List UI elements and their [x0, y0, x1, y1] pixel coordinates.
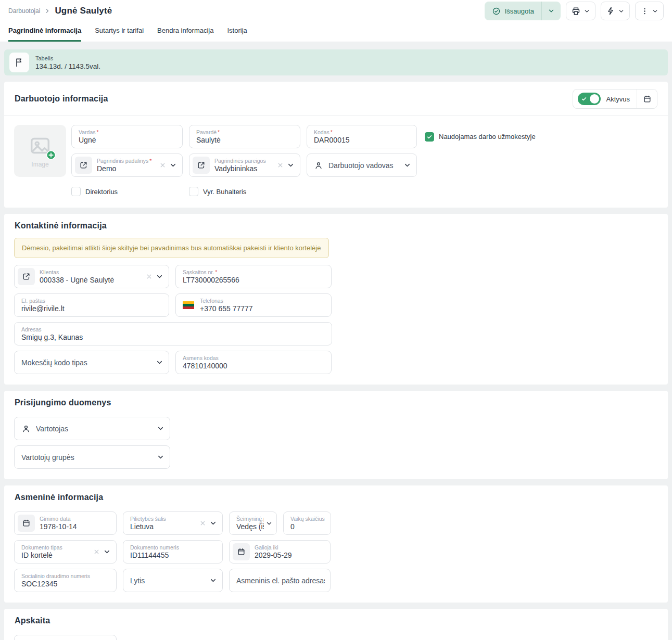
- chevron-down-icon[interactable]: [103, 548, 111, 556]
- tabelis-info: Tabelis 134.13d. / 1143.5val.: [35, 55, 100, 70]
- contact-warning-banner: Dėmesio, pakeitimai atlikti šioje skilty…: [14, 238, 329, 258]
- clear-icon[interactable]: [258, 519, 264, 525]
- chief-accountant-checkbox-label: Vyr. Buhalteris: [203, 188, 246, 196]
- children-count-field[interactable]: Vaikų skaičius 0: [283, 511, 331, 535]
- email-value: rivile@rivile.lt: [21, 304, 163, 313]
- citizenship-value: Lietuva: [130, 522, 196, 531]
- client-field[interactable]: Klientas 000338 - Ugnė Saulytė: [14, 265, 169, 288]
- tabelis-value: 134.13d. / 1143.5val.: [35, 62, 100, 70]
- header-actions: Išsaugota: [485, 2, 664, 20]
- chevron-down-icon[interactable]: [169, 161, 177, 169]
- document-type-value: ID kortelė: [21, 551, 90, 560]
- clear-icon[interactable]: [146, 273, 153, 280]
- checkbox-unchecked-icon[interactable]: [71, 187, 81, 196]
- lithuania-flag-icon[interactable]: [183, 301, 194, 309]
- gender-select[interactable]: Lytis: [123, 569, 223, 592]
- tabelis-banner[interactable]: Tabelis 134.13d. / 1143.5val.: [4, 49, 668, 75]
- section-title-contact: Kontaktinė informacija: [15, 221, 107, 231]
- open-position-icon[interactable]: [193, 157, 210, 174]
- personal-info-card: Asmeninė informacija Gimimo data 1978-10…: [4, 485, 668, 603]
- open-department-icon[interactable]: [75, 157, 92, 174]
- section-title-login: Prisijungimo duomenys: [15, 398, 111, 407]
- user-select[interactable]: Vartotojas: [14, 417, 170, 440]
- save-dropdown-button[interactable]: [542, 2, 561, 20]
- main-department-field[interactable]: Pagrindinis padalinys* Demo: [71, 153, 183, 177]
- email-field[interactable]: El. paštas rivile@rivile.lt: [14, 293, 169, 317]
- clear-icon[interactable]: [199, 520, 206, 527]
- account-number-field[interactable]: Sąskaitos nr.* LT730000265566: [175, 265, 332, 288]
- more-menu-button[interactable]: [635, 2, 664, 20]
- calendar-icon: [643, 95, 652, 104]
- chief-accountant-checkbox[interactable]: Vyr. Buhalteris: [189, 187, 246, 196]
- image-placeholder-label: Image: [31, 161, 48, 168]
- chevron-down-icon[interactable]: [209, 577, 217, 584]
- birth-date-value: 1978-10-14: [40, 522, 111, 531]
- last-name-field[interactable]: Pavardė* Saulytė: [189, 125, 300, 148]
- printer-icon: [571, 6, 581, 16]
- chevron-down-icon[interactable]: [287, 161, 295, 169]
- calendar-icon[interactable]: [18, 515, 35, 532]
- chevron-down-icon: [548, 7, 555, 15]
- children-count-value: 0: [290, 522, 325, 531]
- section-title-accounting: Apskaita: [15, 616, 50, 625]
- personal-email-placeholder: Asmeninis el. pašto adresas: [236, 577, 325, 585]
- social-security-field[interactable]: Socialinio draudimo numeris SOC12345: [14, 569, 117, 592]
- payroll-checkbox[interactable]: Naudojamas darbo užmokestyje: [425, 132, 536, 142]
- citizenship-field[interactable]: Pilietybės šalis Lietuva: [123, 511, 223, 535]
- director-checkbox[interactable]: Direktorius: [71, 187, 189, 196]
- manager-select[interactable]: Darbuotojo vadovas: [307, 153, 417, 177]
- section-title-employee: Darbuotojo informacija: [15, 94, 108, 104]
- calendar-icon[interactable]: [233, 543, 250, 560]
- employee-photo-upload[interactable]: Image: [14, 125, 66, 177]
- chevron-down-icon[interactable]: [156, 359, 163, 366]
- personal-code-field[interactable]: Asmens kodas 47810140000: [175, 351, 332, 374]
- chevron-down-icon[interactable]: [156, 273, 163, 280]
- chevron-down-icon[interactable]: [209, 519, 217, 527]
- save-button[interactable]: Išsaugota: [485, 2, 541, 20]
- active-toggle[interactable]: [578, 93, 601, 105]
- last-name-value: Saulytė: [196, 136, 295, 145]
- chevron-down-icon: [652, 8, 658, 15]
- checkbox-unchecked-icon[interactable]: [189, 187, 198, 196]
- save-button-label: Išsaugota: [505, 7, 534, 15]
- phone-field[interactable]: Telefonas +370 655 77777: [175, 293, 332, 317]
- actions-button[interactable]: [601, 2, 630, 20]
- address-field[interactable]: Adresas Smigų g.3, Kaunas: [14, 322, 332, 345]
- main-department-value: Demo: [97, 164, 156, 173]
- document-number-field[interactable]: Dokumento numeris ID11144455: [123, 540, 223, 564]
- first-name-field[interactable]: Vardas* Ugnė: [71, 125, 183, 148]
- chevron-down-icon[interactable]: [265, 520, 273, 527]
- employee-info-card: Darbuotojo informacija Aktyvus: [4, 82, 668, 208]
- chevron-down-icon[interactable]: [157, 453, 164, 461]
- tab-istorija[interactable]: Istorija: [227, 22, 247, 42]
- social-security-value: SOC12345: [21, 580, 111, 588]
- birth-date-field[interactable]: Gimimo data 1978-10-14: [14, 511, 117, 535]
- clear-icon[interactable]: [159, 162, 166, 169]
- chevron-down-icon[interactable]: [403, 161, 411, 169]
- tax-code-type-select[interactable]: Mokesčių kodo tipas: [14, 351, 169, 374]
- personal-email-field[interactable]: Asmeninis el. pašto adresas: [229, 569, 331, 592]
- add-photo-icon[interactable]: [46, 150, 56, 160]
- save-split-button[interactable]: Išsaugota: [485, 2, 561, 20]
- chevron-down-icon[interactable]: [157, 425, 164, 432]
- breadcrumb-parent-link[interactable]: Darbuotojai: [8, 7, 40, 15]
- clear-icon[interactable]: [277, 162, 284, 169]
- login-data-card: Prisijungimo duomenys Vartotojas Vartoto…: [4, 391, 668, 479]
- checkbox-checked-icon[interactable]: [425, 132, 434, 142]
- user-groups-select[interactable]: Vartotojų grupės: [14, 445, 170, 469]
- main-position-field[interactable]: Pagrindinės pareigos Vadybininkas: [189, 153, 300, 177]
- activity-calendar-button[interactable]: [637, 89, 657, 108]
- clear-icon[interactable]: [93, 548, 100, 555]
- marital-status-field[interactable]: Šeimyninė padėti Vedęs (iš: [229, 511, 277, 535]
- code-field[interactable]: Kodas* DAR00015: [307, 125, 417, 148]
- open-client-icon[interactable]: [18, 268, 35, 285]
- valid-until-field[interactable]: Galioja iki 2029-05-29: [229, 540, 331, 564]
- tab-bendra-informacija[interactable]: Bendra informacija: [157, 22, 213, 42]
- lightning-icon: [606, 6, 615, 16]
- document-type-field[interactable]: Dokumento tipas ID kortelė: [14, 540, 117, 564]
- print-button[interactable]: [566, 2, 595, 20]
- tab-pagrindine-informacija[interactable]: Pagrindinė informacija: [8, 22, 81, 42]
- advance-field[interactable]: Avansas 200.00: [14, 635, 117, 640]
- tab-sutartys-ir-tarifai[interactable]: Sutartys ir tarifai: [95, 22, 144, 42]
- toggle-check-icon: [581, 96, 587, 102]
